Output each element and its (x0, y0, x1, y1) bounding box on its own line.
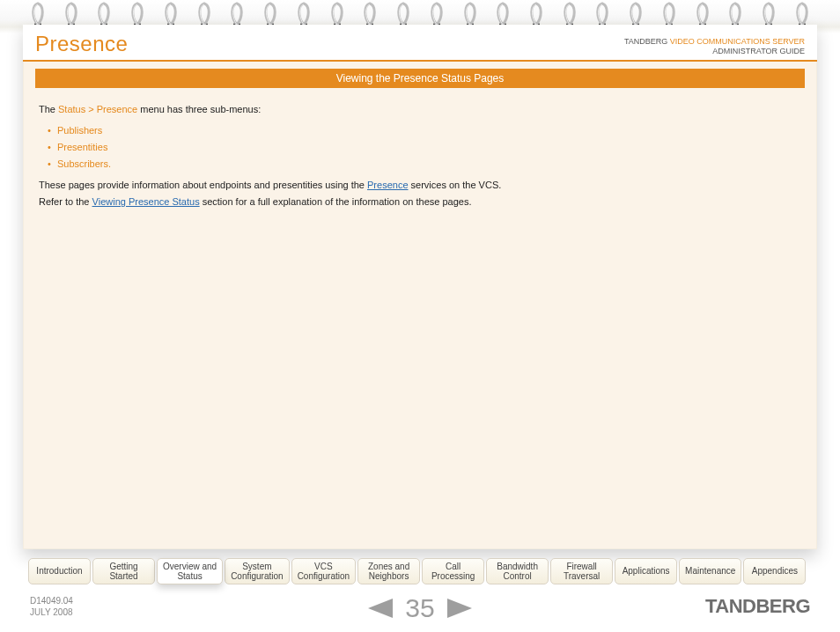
viewing-presence-status-link[interactable]: Viewing Presence Status (92, 196, 200, 207)
footer-brand-logo: TANDBERG (705, 595, 810, 618)
submenu-list: PublishersPresentitiesSubscribers. (39, 119, 801, 176)
brand-product: VIDEO COMMUNICATIONS SERVER (670, 37, 805, 46)
p3-post: section for a full explanation of the in… (200, 196, 472, 207)
page-header-area: Presence TANDBERG VIDEO COMMUNICATIONS S… (23, 25, 817, 62)
page-card: Presence TANDBERG VIDEO COMMUNICATIONS S… (23, 25, 817, 549)
list-item: Publishers (48, 122, 801, 139)
header-row: Presence TANDBERG VIDEO COMMUNICATIONS S… (35, 32, 805, 60)
brand-prefix: TANDBERG (624, 37, 670, 46)
page-number: 35 (405, 593, 434, 623)
tab-applications[interactable]: Applications (615, 558, 677, 584)
tab-call-processing[interactable]: CallProcessing (422, 558, 484, 584)
content-body: The Status > Presence menu has three sub… (23, 88, 817, 224)
p3-pre: Refer to the (39, 196, 92, 207)
tab-system-configuration[interactable]: SystemConfiguration (225, 558, 289, 584)
tab-introduction[interactable]: Introduction (28, 558, 91, 584)
tab-bandwidth-control[interactable]: BandwidthControl (486, 558, 549, 584)
tab-firewall-traversal[interactable]: FirewallTraversal (550, 558, 613, 584)
list-item: Subscribers. (48, 156, 801, 173)
presence-link[interactable]: Presence (367, 180, 408, 190)
page-title: Presence (35, 32, 128, 56)
paragraph-2: These pages provide information about en… (39, 178, 801, 193)
header-brand: TANDBERG VIDEO COMMUNICATIONS SERVER ADM… (624, 37, 805, 57)
section-banner: Viewing the Presence Status Pages (35, 69, 805, 88)
tab-maintenance[interactable]: Maintenance (679, 558, 741, 584)
svg-marker-24 (368, 599, 393, 618)
tab-zones-and-neighbors[interactable]: Zones andNeighbors (357, 558, 420, 584)
tab-vcs-configuration[interactable]: VCSConfiguration (291, 558, 356, 584)
list-item: Presentities (48, 139, 801, 156)
menu-path: Status > Presence (58, 104, 137, 114)
next-page-button[interactable] (447, 599, 472, 618)
brand-line1: TANDBERG VIDEO COMMUNICATIONS SERVER (624, 37, 805, 47)
tab-getting-started[interactable]: GettingStarted (92, 558, 155, 584)
p2-pre: These pages provide information about en… (39, 180, 367, 190)
intro-prefix: The (39, 104, 58, 114)
document-page: Presence TANDBERG VIDEO COMMUNICATIONS S… (0, 0, 840, 632)
tab-overview-and-status[interactable]: Overview andStatus (157, 558, 223, 584)
tab-appendices[interactable]: Appendices (743, 558, 806, 584)
intro-paragraph: The Status > Presence menu has three sub… (39, 102, 801, 117)
brand-line2: ADMINISTRATOR GUIDE (624, 47, 805, 56)
bottom-tab-bar: IntroductionGettingStartedOverview andSt… (28, 558, 806, 584)
prev-page-button[interactable] (368, 599, 393, 618)
svg-marker-25 (447, 599, 472, 618)
p2-post: services on the VCS. (409, 180, 502, 190)
paragraph-3: Refer to the Viewing Presence Status sec… (39, 195, 801, 209)
intro-suffix: menu has three sub-menus: (137, 104, 261, 114)
